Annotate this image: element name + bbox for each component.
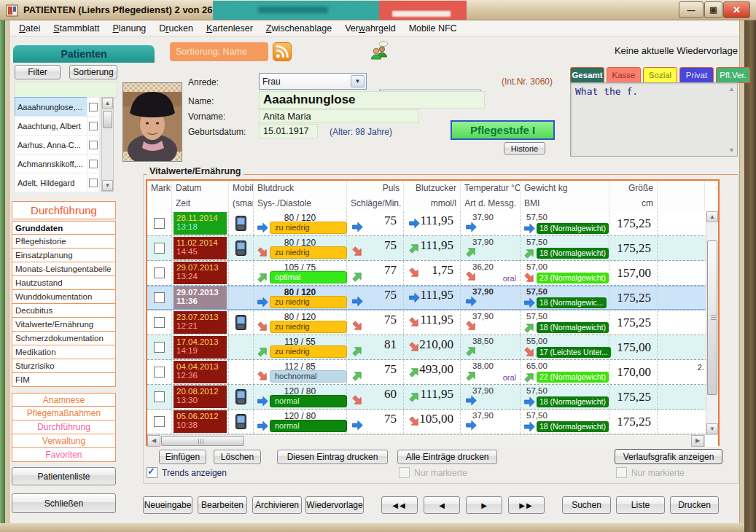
edit-button[interactable]: Bearbeiten (198, 496, 247, 514)
vorname-field[interactable]: Anita Maria (259, 109, 419, 123)
nav-next-button[interactable]: ▶ (466, 496, 502, 514)
column-header-spacer[interactable] (658, 181, 705, 196)
print-all-button[interactable]: Alle Einträge drucken (397, 450, 497, 464)
scroll-down-icon[interactable]: ▼ (728, 146, 735, 154)
patient-list-item[interactable]: Achmannskikoff,... (15, 154, 91, 173)
show-graph-button[interactable]: Verlaufsgrafik anzeigen (615, 449, 722, 464)
sidebar-item-fim[interactable]: FIM (12, 373, 116, 387)
notes-textarea[interactable]: What the f. ▲ ▼ (570, 82, 738, 157)
sidebar-item-grunddaten[interactable]: Grunddaten (12, 221, 116, 235)
patient-checkbox[interactable] (89, 160, 98, 168)
patient-checkbox[interactable] (89, 103, 98, 112)
column-header-mobil[interactable]: Mobil (229, 181, 254, 196)
menu-item-verwahrgeld[interactable]: Verwahrgeld (338, 20, 402, 36)
close-form-button[interactable]: Schließen (12, 493, 116, 513)
maximize-button[interactable]: ▣ (704, 1, 722, 18)
table-row[interactable]: 11.02.201414:4580 / 120zu niedrig75111,9… (147, 236, 718, 261)
menu-item-datei[interactable]: Datei (12, 20, 47, 36)
column-header-puls[interactable]: Schläge/Min. (347, 196, 404, 211)
column-header-spacer[interactable] (658, 196, 705, 211)
sidebar-item-sturzrisiko[interactable]: Sturzrisiko (12, 359, 116, 373)
column-header-blutzucker[interactable]: Blutzucker (404, 181, 461, 196)
column-header-blutdruck[interactable]: Sys-./Diastole (254, 196, 347, 211)
table-row[interactable]: 29.07.201311:3680 / 120zu niedrig75111,9… (147, 286, 718, 310)
sidebar-item-hautzustand[interactable]: Hautzustand (12, 276, 116, 290)
sidebar-item-einsatzplanung[interactable]: Einsatzplanung (12, 249, 116, 262)
scroll-down-icon[interactable]: ▼ (102, 180, 113, 191)
table-row[interactable]: 17.04.201314:19119 / 55zu niedrig81210,0… (147, 335, 718, 360)
sidebar-item-vitalwerte-ern-hrung[interactable]: Vitalwerte/Ernährung (12, 318, 116, 332)
nav-first-button[interactable]: ◀◀ (381, 496, 418, 514)
menu-item-mobile-nfc[interactable]: Mobile NFC (402, 20, 464, 36)
row-mark-checkbox[interactable] (154, 391, 165, 402)
archive-button[interactable]: Archivieren (252, 496, 302, 514)
patient-list-item[interactable]: Aarhus, Anna-C... (15, 135, 91, 154)
nav-last-button[interactable]: ▶▶ (508, 496, 545, 514)
table-row[interactable]: 28.11.201413:1880 / 120zu niedrig75111,9… (147, 211, 718, 236)
tab-gesamt[interactable]: Gesamt (570, 67, 604, 83)
scroll-down-icon[interactable]: ▼ (706, 423, 718, 434)
patient-checkbox[interactable] (89, 141, 98, 149)
column-header-datum[interactable]: Zeit (172, 196, 229, 211)
table-row[interactable]: 29.07.201313:24105 / 75optimal771,7536,2… (147, 261, 718, 286)
table-row[interactable]: 23.07.201312:2180 / 120zu niedrig75111,9… (147, 310, 718, 335)
historie-button[interactable]: Historie (504, 142, 545, 154)
row-mark-checkbox[interactable] (154, 416, 165, 427)
menu-item-stammblatt[interactable]: Stammblatt (47, 20, 106, 36)
list-button[interactable]: Liste (616, 496, 665, 514)
only-marked-checkbox-2[interactable] (616, 467, 627, 478)
row-mark-checkbox[interactable] (154, 367, 165, 378)
menu-item-zwischenablage[interactable]: Zwischenablage (260, 20, 338, 36)
new-entry-button[interactable]: Neueingabe (143, 496, 192, 514)
print-entry-button[interactable]: Diesen Eintrag drucken (277, 450, 388, 464)
scrollbar-thumb[interactable] (161, 436, 244, 446)
horizontal-scrollbar[interactable]: ◀ ▶ (147, 434, 718, 447)
row-mark-checkbox[interactable] (154, 243, 165, 254)
row-mark-checkbox[interactable] (154, 292, 165, 303)
column-header-blutzucker[interactable]: mmol/l (404, 196, 461, 211)
scroll-up-icon[interactable]: ▲ (102, 98, 113, 109)
table-row[interactable]: 20.08.201213:30120 / 80normal60111,9537,… (147, 385, 718, 410)
sort-button[interactable]: Sortierung (69, 65, 117, 79)
scroll-up-icon[interactable]: ▲ (706, 211, 718, 222)
column-header-puls[interactable]: Puls (347, 181, 404, 196)
column-header-mobil[interactable]: (smart) (229, 196, 254, 211)
pflegestufe-badge[interactable]: Pflegestufe I (451, 120, 555, 140)
anrede-select[interactable]: Frau ▼ (259, 73, 367, 90)
patient-list-scrollbar[interactable]: ▲ ▼ (101, 97, 114, 192)
table-row[interactable]: 05.06.201210:38120 / 80normal75105,0037,… (147, 410, 718, 434)
column-header-temperatur-c[interactable]: Temperatur °C (461, 181, 521, 196)
filter-button[interactable]: Filter (15, 65, 61, 79)
column-header-gr-e[interactable]: cm (609, 196, 658, 211)
chevron-down-icon[interactable]: ▼ (351, 75, 365, 87)
scroll-left-icon[interactable]: ◀ (147, 435, 160, 447)
geburtsdatum-field[interactable]: 15.01.1917 (259, 124, 318, 138)
patient-list-item[interactable]: Adelt, Hildegard (15, 173, 91, 192)
column-header-mark[interactable]: Mark (147, 181, 172, 196)
name-field[interactable]: Aaaahnunglose (259, 91, 485, 109)
column-header-blutdruck[interactable]: Blutdruck (254, 181, 347, 196)
sidebar-item-medikation[interactable]: Medikation (12, 345, 116, 359)
section-button-verwaltung[interactable]: Verwaltung (12, 434, 116, 448)
sidebar-item-schmerzdokumentation[interactable]: Schmerzdokumentation (12, 332, 116, 345)
delete-button[interactable]: Löschen (214, 450, 261, 464)
trends-checkbox[interactable] (147, 467, 157, 478)
patient-search-input[interactable] (15, 82, 117, 98)
sidebar-item-decubitus[interactable]: Decubitus (12, 304, 116, 318)
row-mark-checkbox[interactable] (154, 218, 165, 229)
table-row[interactable]: 04.04.201312:36112 / 85hochnormal75493,0… (147, 360, 718, 385)
column-header-datum[interactable]: Datum (172, 181, 229, 196)
row-mark-checkbox[interactable] (154, 342, 165, 353)
section-button-favoriten[interactable]: Favoriten (12, 448, 116, 462)
scroll-right-icon[interactable]: ▶ (691, 435, 704, 447)
nav-prev-button[interactable]: ◀ (424, 496, 460, 514)
scroll-up-icon[interactable]: ▲ (728, 85, 735, 93)
row-mark-checkbox[interactable] (154, 317, 165, 328)
chat-people-icon[interactable] (368, 40, 390, 62)
resubmission-button[interactable]: Wiedervorlage (305, 496, 364, 514)
sidebar-item-pflegehistorie[interactable]: Pflegehistorie (12, 235, 116, 249)
section-button-pflegema-nahmen[interactable]: Pflegemaßnahmen (12, 407, 116, 420)
patient-list-button[interactable]: Patientenliste (12, 467, 116, 485)
scrollbar-thumb[interactable] (103, 111, 112, 128)
only-marked-checkbox-1[interactable] (399, 467, 410, 478)
